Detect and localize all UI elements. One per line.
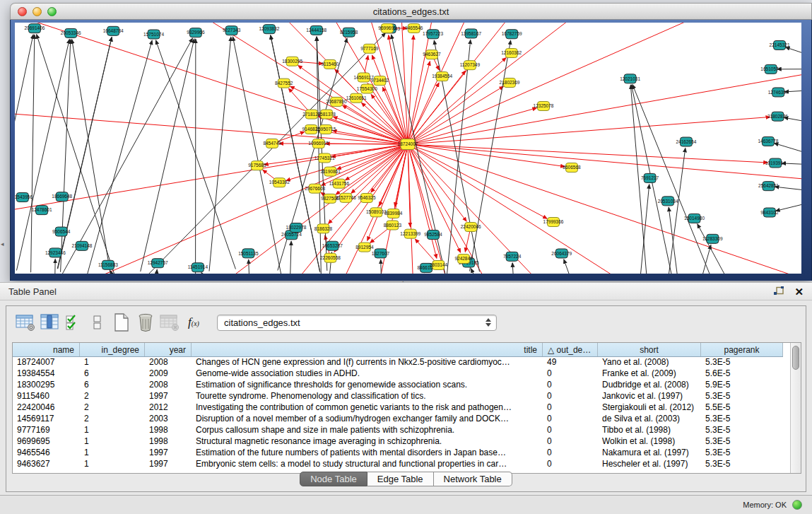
table-row[interactable]: 977716911998Corpus callosum shape and si… <box>13 425 783 436</box>
node-table[interactable]: namein_degreeyeartitle△ out_de…shortpage… <box>12 342 801 474</box>
graph-node[interactable]: 12923446 <box>45 248 66 257</box>
graph-node[interactable]: 9463627 <box>423 50 441 59</box>
table-selector-dropdown[interactable]: citations_edges.txt <box>217 315 497 331</box>
graph-node[interactable]: 11207349 <box>460 61 481 70</box>
graph-node[interactable]: 17554300 <box>357 84 377 93</box>
table-row[interactable]: 946362711997Embryonic stem cells: a mode… <box>13 459 783 470</box>
table-row[interactable]: 1830029562008Estimation of significance … <box>13 380 783 391</box>
graph-node[interactable]: 17999366 <box>543 218 564 227</box>
graph-node[interactable]: 26064379 <box>551 249 572 258</box>
graph-node[interactable]: 7691217 <box>641 173 659 182</box>
column-header-in_degree[interactable]: in_degree <box>80 343 145 356</box>
graph-node[interactable]: 1327607 <box>372 249 390 258</box>
graph-node[interactable]: 2803144 <box>430 261 448 270</box>
select-rows-icon[interactable] <box>63 312 84 333</box>
graph-node[interactable]: 12610651 <box>346 93 367 103</box>
table-row[interactable]: 969969511998Structural magnetic resonanc… <box>13 436 783 448</box>
graph-node[interactable]: 8839984 <box>384 209 403 218</box>
graph-node[interactable]: 20531034 <box>658 197 678 206</box>
column-header-short[interactable]: short <box>598 343 701 356</box>
graph-node[interactable]: 15751074 <box>143 30 164 39</box>
graph-node[interactable]: 15051135 <box>238 249 259 258</box>
graph-node[interactable]: 13958167 <box>461 29 481 38</box>
graph-node[interactable]: 8215958 <box>340 28 358 37</box>
network-canvas[interactable]: 2069140620053346166487841575107493299669… <box>15 23 801 274</box>
graph-node[interactable]: 21527746 <box>336 193 356 202</box>
graph-node[interactable]: 9465546 <box>405 24 423 33</box>
graph-node[interactable]: 9329966 <box>187 28 205 37</box>
graph-node[interactable]: 8606568 <box>563 163 581 173</box>
table-row[interactable]: 1872400712008Changes of HCN gene express… <box>13 357 783 368</box>
graph-node[interactable]: 9506544 <box>52 227 71 236</box>
graph-node[interactable]: 9852584 <box>424 230 442 240</box>
graph-node[interactable]: 9546325 <box>358 194 376 203</box>
graph-node[interactable]: 12213399 <box>400 229 420 238</box>
graph-node[interactable]: 22260558 <box>320 253 341 262</box>
graph-node[interactable]: 19384554 <box>432 72 452 81</box>
table-row[interactable]: 911546021997Tourette syndrome. Phenomeno… <box>13 391 783 402</box>
graph-node[interactable]: 12021031 <box>620 74 640 83</box>
graph-node[interactable]: 11543956 <box>15 193 33 202</box>
graph-node[interactable]: 14636778 <box>758 136 778 146</box>
graph-node[interactable]: 25642851 <box>758 182 779 191</box>
tab-network-table[interactable]: Network Table <box>434 472 512 486</box>
tab-node-table[interactable]: Node Table <box>300 472 367 486</box>
row-height-icon[interactable] <box>87 312 108 333</box>
function-builder-icon[interactable]: f(x) <box>183 312 204 333</box>
table-vertical-scrollbar[interactable] <box>790 343 801 473</box>
table-row[interactable]: 1456911722003Disruption of a novel membe… <box>13 414 783 425</box>
graph-node[interactable]: 17957223 <box>423 30 443 39</box>
graph-node[interactable]: 21094148 <box>71 241 92 250</box>
graph-node[interactable]: 9115460 <box>321 59 339 69</box>
graph-node[interactable]: 10193914 <box>765 158 786 168</box>
column-header-out_de[interactable]: △ out_de… <box>543 343 598 356</box>
graph-node[interactable]: 29676608 <box>305 184 325 193</box>
graph-node[interactable]: 12942757 <box>148 259 168 268</box>
float-panel-icon[interactable] <box>773 286 784 296</box>
graph-node[interactable]: 9175685 <box>248 161 266 170</box>
column-header-year[interactable]: year <box>145 343 192 356</box>
graph-node[interactable]: 15089103 <box>366 208 387 217</box>
graph-node[interactable]: 15014980 <box>684 214 705 223</box>
column-header-name[interactable]: name <box>13 343 80 356</box>
graph-node[interactable]: 12478601 <box>32 206 52 215</box>
graph-node[interactable]: 16648784 <box>103 26 124 35</box>
delete-table-icon[interactable] <box>135 312 156 333</box>
graph-node[interactable]: 20691406 <box>24 24 45 33</box>
graph-node[interactable]: 8454749 <box>263 139 281 148</box>
scrollbar-thumb[interactable] <box>792 346 799 370</box>
close-panel-icon[interactable]: ✕ <box>794 286 804 297</box>
graph-node[interactable]: 22420046 <box>461 223 481 232</box>
graph-node[interactable]: 11283309 <box>702 234 723 243</box>
graph-node[interactable]: 21802836 <box>767 112 788 121</box>
graph-node[interactable]: 18300295 <box>282 57 302 66</box>
graph-node[interactable]: 12325078 <box>534 102 554 111</box>
graph-node[interactable]: 24162654 <box>676 137 696 146</box>
table-settings-icon[interactable] <box>15 312 36 333</box>
graph-node[interactable]: 9734402 <box>371 76 389 86</box>
new-table-icon[interactable] <box>111 312 132 333</box>
window-titlebar[interactable]: citations_edges.txt <box>10 3 812 20</box>
graph-node[interactable]: 10966915 <box>308 139 329 148</box>
graph-node[interactable]: 12160362 <box>501 49 522 58</box>
graph-node[interactable]: 22145321 <box>770 40 790 49</box>
graph-node[interactable]: 9227343 <box>223 26 241 35</box>
table-row[interactable]: 946554611997Estimation of the future num… <box>13 448 783 459</box>
panel-collapse-handle-icon[interactable]: ◂ <box>1 240 4 247</box>
graph-node[interactable]: 7857224 <box>503 252 522 261</box>
column-header-pagerank[interactable]: pagerank <box>701 343 783 356</box>
graph-node[interactable]: 12746397 <box>768 88 789 97</box>
graph-node[interactable]: 11451914 <box>188 263 208 272</box>
graph-node[interactable]: 12745321 <box>314 153 335 163</box>
graph-node[interactable]: 16510574 <box>760 64 781 74</box>
graph-node[interactable]: 16782759 <box>502 30 522 39</box>
column-header-title[interactable]: title <box>192 343 543 356</box>
show-column-icon[interactable] <box>39 312 60 333</box>
tab-edge-table[interactable]: Edge Table <box>367 472 434 486</box>
graph-node[interactable]: 10543392 <box>269 178 290 187</box>
graph-node[interactable]: 7581378 <box>317 110 336 119</box>
graph-node[interactable]: 8860123 <box>384 221 402 230</box>
graph-node[interactable]: 20053346 <box>61 28 81 37</box>
graph-node[interactable]: 12093832 <box>259 25 279 34</box>
graph-node[interactable]: 9777169 <box>360 44 379 53</box>
